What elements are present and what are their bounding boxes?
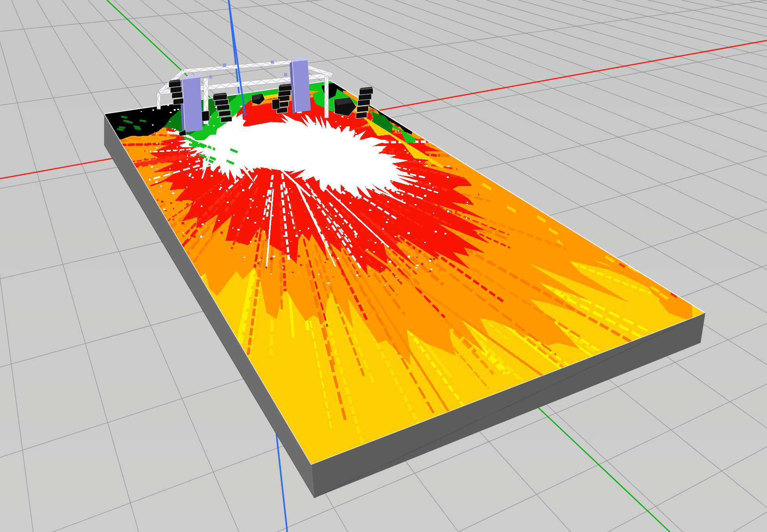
line-array-box xyxy=(173,98,183,105)
heatmap-speckle xyxy=(182,222,184,224)
heatmap-speckle xyxy=(382,228,384,229)
heatmap-speckle xyxy=(308,228,309,229)
heatmap-speckle xyxy=(172,128,173,130)
heatmap-speckle xyxy=(250,207,251,208)
heatmap-speckle xyxy=(350,224,351,225)
heatmap-speckle xyxy=(328,228,330,229)
heatmap-speckle xyxy=(376,174,379,176)
heatmap-speckle xyxy=(174,109,176,111)
heatmap-speckle xyxy=(213,167,214,168)
heatmap-speckle xyxy=(455,211,457,212)
heatmap-dash xyxy=(135,128,141,130)
heatmap-speckle xyxy=(175,154,176,155)
heatmap-speckle xyxy=(404,150,406,151)
heatmap-speckle xyxy=(467,202,468,203)
heatmap-speckle xyxy=(282,267,283,268)
heatmap-speckle xyxy=(416,257,418,258)
heatmap-speckle xyxy=(397,266,399,267)
heatmap-speckle xyxy=(283,235,285,236)
truss-clamp xyxy=(271,60,274,64)
heatmap-speckle xyxy=(272,237,274,238)
heatmap-speckle xyxy=(409,206,410,207)
heatmap-speckle xyxy=(353,272,354,272)
heatmap-speckle xyxy=(358,170,360,170)
heatmap-speckle xyxy=(302,234,303,236)
heatmap-speckle xyxy=(339,199,341,201)
heatmap-speckle xyxy=(224,163,225,164)
heatmap-speckle xyxy=(341,273,343,275)
heatmap-speckle xyxy=(179,161,181,162)
heatmap-speckle xyxy=(218,220,220,221)
heatmap-speckle xyxy=(191,227,193,229)
heatmap-speckle xyxy=(211,175,213,177)
heatmap-speckle xyxy=(478,194,479,195)
heatmap-speckle xyxy=(193,217,194,218)
heatmap-speckle xyxy=(232,125,233,126)
heatmap-speckle xyxy=(290,241,291,242)
heatmap-speckle xyxy=(376,239,378,241)
heatmap-speckle xyxy=(404,232,407,234)
pa-column-front xyxy=(182,77,203,132)
heatmap-speckle xyxy=(424,242,426,243)
heatmap-speckle xyxy=(356,150,357,151)
heatmap-speckle xyxy=(387,201,389,203)
heatmap-speckle xyxy=(141,111,142,112)
heatmap-speckle xyxy=(154,132,155,133)
heatmap-speckle xyxy=(263,196,264,197)
heatmap-speckle xyxy=(373,251,375,252)
heatmap-speckle xyxy=(387,232,389,234)
heatmap-speckle xyxy=(386,256,387,257)
heatmap-speckle xyxy=(325,262,326,263)
viewport-3d[interactable] xyxy=(0,0,767,532)
heatmap-speckle xyxy=(246,171,247,172)
heatmap-speckle xyxy=(341,116,343,117)
heatmap-speckle xyxy=(356,185,359,187)
heatmap-speckle xyxy=(196,165,198,166)
heatmap-speckle xyxy=(189,205,191,206)
heatmap-speckle xyxy=(426,165,428,166)
heatmap-speckle xyxy=(172,192,174,194)
heatmap-speckle xyxy=(264,210,266,211)
heatmap-speckle xyxy=(241,174,244,176)
heatmap-speckle xyxy=(319,126,321,127)
heatmap-speckle xyxy=(264,145,265,146)
heatmap-dash xyxy=(127,122,133,123)
heatmap-speckle xyxy=(378,252,379,253)
heatmap-speckle xyxy=(255,128,257,129)
heatmap-speckle xyxy=(189,173,191,175)
heatmap-speckle xyxy=(437,205,440,207)
heatmap-speckle xyxy=(438,187,440,188)
heatmap-speckle xyxy=(458,223,459,223)
heatmap-speckle xyxy=(329,282,330,283)
line-array-box xyxy=(357,106,369,112)
heatmap-speckle xyxy=(227,201,229,203)
heatmap-speckle xyxy=(265,267,267,268)
heatmap-speckle xyxy=(264,231,265,232)
heatmap-speckle xyxy=(196,178,199,180)
truss-clamp xyxy=(209,75,212,79)
heatmap-speckle xyxy=(356,274,358,276)
heatmap-speckle xyxy=(220,187,222,188)
heatmap-speckle xyxy=(241,184,242,185)
heatmap-speckle xyxy=(414,160,415,161)
heatmap-speckle xyxy=(416,180,418,182)
heatmap-speckle xyxy=(261,128,262,128)
truss-clamp xyxy=(284,73,287,76)
heatmap-speckle xyxy=(339,126,341,127)
heatmap-speckle xyxy=(210,192,211,193)
heatmap-speckle xyxy=(156,143,158,144)
line-array-box xyxy=(356,112,367,119)
heatmap-speckle xyxy=(157,199,158,201)
heatmap-speckle xyxy=(150,151,151,152)
heatmap-speckle xyxy=(207,124,209,126)
heatmap-speckle xyxy=(295,235,298,237)
heatmap-speckle xyxy=(447,210,450,212)
heatmap-speckle xyxy=(432,154,434,156)
heatmap-speckle xyxy=(257,262,259,264)
heatmap-speckle xyxy=(193,236,196,238)
heatmap-speckle xyxy=(404,216,405,218)
heatmap-speckle xyxy=(156,168,158,169)
heatmap-speckle xyxy=(238,241,240,243)
heatmap-speckle xyxy=(327,189,328,190)
heatmap-speckle xyxy=(248,229,250,231)
